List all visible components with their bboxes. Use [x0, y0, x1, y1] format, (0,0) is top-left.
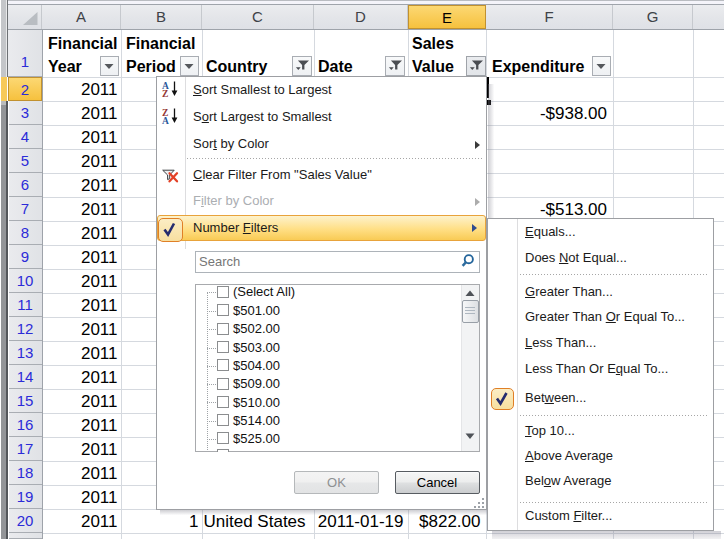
svg-text:A: A: [162, 116, 169, 126]
svg-text:Z: Z: [162, 89, 168, 99]
